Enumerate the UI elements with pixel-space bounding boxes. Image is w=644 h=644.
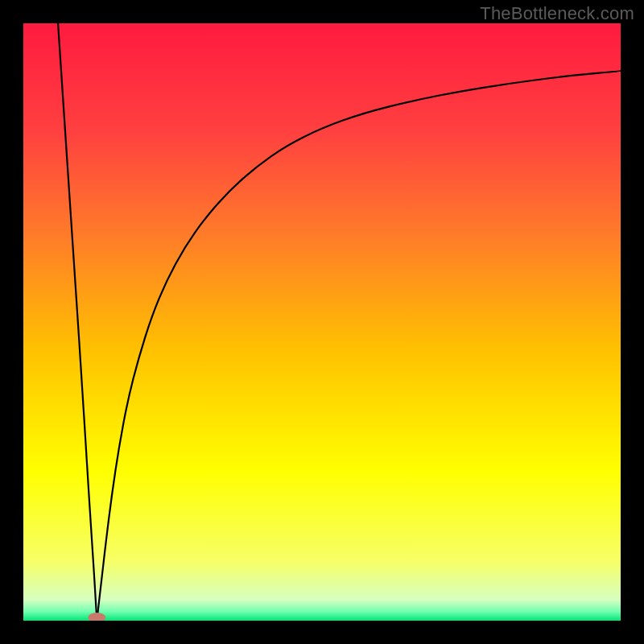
chart-frame: TheBottleneck.com	[0, 0, 644, 644]
gradient-background	[23, 23, 621, 621]
watermark-text: TheBottleneck.com	[480, 3, 634, 24]
plot-area	[23, 23, 621, 621]
chart-svg	[23, 23, 621, 621]
